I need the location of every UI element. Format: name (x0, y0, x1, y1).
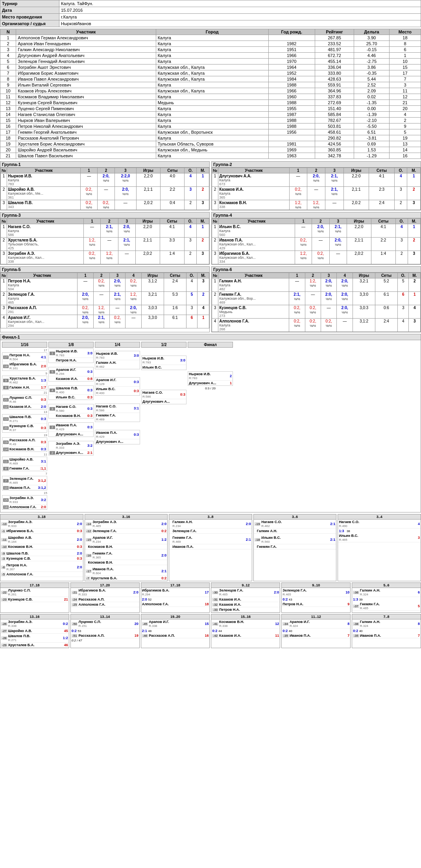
match-player: Гнемян Г.А.R:469 (95, 413, 140, 422)
placement-1920: 19..20 -45 Арапов И.Г.R.338 15 2:1 48 -4… (141, 614, 210, 648)
group1-table: №Участник123ИгрыСетыО.М. 1 Нырков И.В.Ка… (0, 168, 209, 210)
placement-match: -14 Зограбян А.Э.R.465 2:0 (85, 520, 168, 529)
table-row: 17Гнемян Георгий АнатольевичКалужская об… (0, 129, 421, 135)
match-player: Длугунович А... (142, 399, 186, 404)
round-12-header: 1/2 (141, 342, 186, 348)
table-row: 2 Иванов П.А.Калужская обл., Кал...429 0… (212, 238, 421, 251)
placement-match: -24 Рассказов А.П. (71, 597, 139, 602)
group3-table: №Участник123ИгрыСетыО.М. 1 Нагаев С.О.Ка… (0, 218, 209, 264)
match-21-12: 21 Луценко С.П.R.46 0:3 12 Казаков И.А. … (2, 395, 47, 409)
group4-table: №Участник123ИгрыСетыО.М. 1 Ильин В.С.Кал… (212, 218, 421, 264)
table-row: 21Швалов Павел ВасильевичКалуга1963342.7… (0, 153, 421, 159)
match-player: 2 Иванов П.А.R.429 0:3 (49, 423, 93, 432)
placement-38: 3..8 Галкин А.Н.R.234 2:0 Зеленцов Г.А. … (169, 514, 252, 581)
placement-match: -32 Казаков И.А. (211, 602, 280, 607)
placement-match: -46 Рассказов А.П. 16 (141, 633, 210, 638)
table-row: 3 Зограбян А.Э.Калужская обл., Кал...338… (1, 251, 209, 264)
match-num-11: 11 (2, 453, 47, 456)
table-row: 3 Космаков В.Н.338 1:2,½/½ 1:2,½/½ — 2,0… (212, 200, 421, 210)
placement-56: 5..6 -36 Галкин А.Н.R.324 6 1:3 39 -37 Г… (352, 582, 421, 613)
placement-match: Зеленцов Г.А. (169, 529, 252, 534)
match-player: 8 Галкин А.Н. 1:7 (2, 385, 47, 390)
match-q1: Нырков И.В.R:783 3:0 Галкин А.Н.R:462 (95, 351, 140, 369)
match-9-8: 9 Хрусталев Б.А.R.462 1:3 8 Галкин А.Н. … (2, 376, 47, 390)
round-12: 1/2 Нырков И.В.R:783 3:0 Ильин В.С. Нага… (141, 342, 186, 510)
placement-match: -31 Казаков И.А. (211, 597, 280, 602)
placement-score: 2:0 52 (141, 597, 210, 602)
placement-match: -42 Казаков И.А. 11 (211, 633, 280, 638)
placement-318-title: 3..18 (0, 514, 83, 520)
round-116-header: 1/16 (2, 342, 47, 348)
match-num-19: 19 (2, 433, 47, 437)
col-city: Город (156, 29, 268, 35)
placement-match: Иванов П.А. (169, 544, 252, 549)
group4: Группа-4 №Участник123ИгрыСетыО.М. 1 Ильи… (211, 212, 421, 265)
groups-row-1: Группа-1 №Участник123ИгрыСетыО.М. 1 Нырк… (0, 161, 421, 210)
placement-1314: 13..14 -50 Луценко С.П.R.151 20 0:2 53 -… (70, 614, 140, 648)
placement-match: -28 Швалов П.В.R.271 1:2 (0, 634, 69, 643)
placement-match: -16 Гнемян Г.А.R.365 2:0 (85, 551, 168, 560)
placement-match: -3 Кузнецов С.В. 0:3 (0, 556, 83, 561)
match-player: 12 Казаков И.А. 2:0 (2, 404, 47, 409)
match-player: 6 Гнемян Г.А. :1,1 (2, 466, 47, 471)
match-player: 4 Швалов П.В.R.400 0:3 (49, 386, 93, 395)
placement-match: -50 Луценко С.П.R.151 20 (71, 619, 139, 628)
placement-match: -1 Ибрагимов Б.А. 0:3 (0, 529, 83, 534)
match-final: Нырков И.В.R:783 2 Длугунович А... 1 (188, 371, 233, 386)
match-player: 3 Нагаев С.О.R.580 0:3 (49, 404, 93, 413)
match-player: 17 Петров Н.А.R.504 4:1 (2, 353, 47, 362)
placement-17b18-title: 17..18 (141, 583, 210, 588)
placement-1920-title: 19..20 (141, 614, 210, 619)
group5-title: Группа-5 (0, 267, 209, 273)
match-q2: Арапов И.Г.R:129 0:3 Ильин В.С.R:400 0:3 (95, 377, 140, 396)
match-player: Арапов И.Г.R:129 0:3 (95, 378, 140, 387)
placement-match: -33 Петров Н.А. (211, 607, 280, 612)
group6-table: №Участник1234ИгрыСетыО.М. 1 Галкин А.Н.К… (212, 273, 421, 332)
placement-match: -18 Ильин В.С.R.560 2:1 (254, 535, 336, 544)
match-r8-4: 4 Швалов П.В.R.400 0:3 Ильин В.С. 0:3 (48, 385, 94, 400)
placement-910-title: 9..10 (282, 583, 350, 588)
info-value-title: Калуга. ТайФун. (59, 0, 421, 7)
group2-title: Группа-2 (212, 162, 421, 168)
placement-match: -22 Луценко С.П.R.261 (0, 588, 69, 597)
round-116: 1/16 17 17 Петров Н.А.R.504 4:1 18 Ибраг… (2, 342, 47, 510)
group3-title: Группа-3 (0, 212, 209, 218)
match-r8-1: 1 Нырков И.В.R.783 3:0 Петров Н.А. (48, 348, 94, 363)
placement-1314-title: 13..14 (71, 614, 139, 619)
placement-match: -34 Арапов И.Г.R.324 8 (282, 619, 350, 628)
group1-title: Группа-1 (0, 162, 209, 168)
placement-match: -37 Гнемян Г.А.R.465 5 (352, 602, 421, 611)
table-row: 3 Рассказов А.П.291 0:2,½/½ 1:2,½/½ — 2:… (1, 305, 209, 315)
match-player: Иванов П.А.R:429 0:3 (95, 430, 140, 439)
table-row: 16Петров Николай АлександровичКалуга1988… (0, 123, 421, 129)
table-row: 14Нагаев Станислав ОлеговичКалуга1987585… (0, 112, 421, 118)
match-q4: Иванов П.А.R:429 0:3 Длугунович А... (95, 430, 140, 444)
round-18: 1/8 1 Нырков И.В.R.783 3:0 Петров Н.А. 5… (48, 342, 94, 510)
match-r8-5: 5 Арапов И.Г.R.294 0:3 Казаков И.А. 0:8 (48, 367, 94, 381)
match-num-15: 15 (2, 491, 47, 495)
match-player: 7 Зеленцов Г.А.R.465 3:1,2 (2, 476, 47, 485)
placement-34-title: 3..4 (338, 514, 421, 520)
placement-316-title: 3..16 (85, 514, 168, 520)
table-row: 6Зограбян Ашот ЭрнстовичКалужская обл., … (0, 65, 421, 70)
round-18-header: 1/8 (48, 342, 94, 348)
table-row: 18Рассказов Анатолий ПетровичКалуга290.8… (0, 135, 421, 141)
finals-title: Финал-1 (0, 334, 421, 340)
placement-912: 9..12 -30 Зеленцов Г.А.R.465 2:0 -31 Каз… (211, 582, 280, 613)
info-value-organizer: НырковИванов (59, 20, 421, 27)
table-row: 7Ибрагимов Борис АзаметовичКалужская обл… (0, 70, 421, 76)
info-label-date: Дата (0, 7, 59, 14)
table-row: 15Нырков Иван ВалерьевичКалуга1988782.67… (0, 118, 421, 123)
table-row: 4 Алполонов Г.А.Калуга268 0:2,½/½ 0:2,½/… (212, 319, 421, 332)
placement-score: 0:2 40 (282, 628, 350, 633)
placement-match: Петров Н.А. 9 (282, 602, 350, 607)
placement-match: -19 Нагаев С.О.R.462 2:1 (254, 520, 336, 529)
match-player: Длугунович А... (95, 439, 140, 444)
table-row: 3 Швалов П.В.343 0:2,½/½ 0:2,½/½ — 2,0:2… (1, 200, 209, 210)
table-row: 3 Ибрагимов Б.А.Калужская обл., Кал...33… (212, 251, 421, 264)
info-label-organizer: Организатор / судья (0, 20, 59, 27)
match-r8-2: 2 Иванов П.А.R.429 0:3 Длугунович А... (48, 422, 94, 437)
round-14: 1/4 Нырков И.В.R:783 3:0 Галкин А.Н.R:46… (95, 342, 140, 510)
match-player: 1 Нырков И.В.R.783 3:0 (49, 349, 93, 358)
info-label-venue: Место проведения (0, 14, 59, 20)
